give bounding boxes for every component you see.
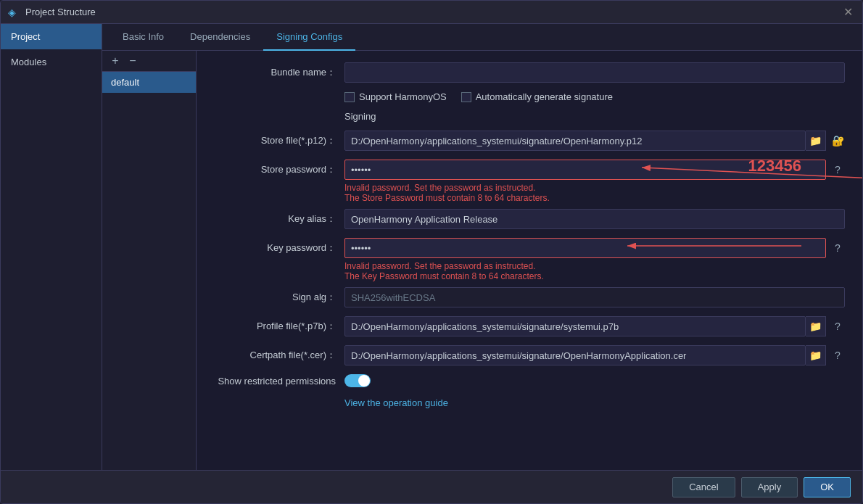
support-harmonyos-checkbox[interactable]: Support HarmonyOS (344, 91, 447, 102)
certpath-file-row: Certpath file(*.cer)： 📁 ? (214, 345, 845, 365)
certpath-file-input-group: 📁 (344, 345, 826, 365)
store-file-browse-button[interactable]: 📁 (806, 131, 826, 151)
ok-button[interactable]: OK (804, 477, 851, 497)
certpath-file-label: Certpath file(*.cer)： (214, 349, 344, 362)
bundle-name-row: Bundle name： (214, 62, 845, 83)
key-password-help-icon[interactable]: ? (830, 241, 845, 255)
certpath-file-help-icon[interactable]: ? (830, 348, 845, 363)
store-password-errors: Invalid password. Set the password as in… (344, 183, 845, 203)
bundle-name-input[interactable] (344, 62, 845, 83)
signing-section-header: Signing (344, 111, 845, 122)
store-password-label: Store password： (214, 163, 344, 176)
show-restricted-toggle[interactable] (344, 374, 371, 387)
bottom-bar: Cancel Apply OK (1, 470, 862, 503)
key-password-section: Key password： ? (214, 238, 845, 281)
window-body: Project Modules Basic Info Dependencies … (1, 24, 862, 470)
title-bar: ◈ Project Structure ✕ (1, 1, 862, 24)
profile-file-row: Profile file(*.p7b)： 📁 ? (214, 316, 845, 336)
key-password-error-2: The Key Password must contain 8 to 64 ch… (344, 271, 845, 281)
app-icon: ◈ (8, 7, 20, 18)
store-password-error-1: Invalid password. Set the password as in… (344, 183, 845, 193)
profile-file-input[interactable] (344, 316, 806, 336)
tabs-bar: Basic Info Dependencies Signing Configs (102, 24, 862, 51)
apply-button[interactable]: Apply (741, 477, 798, 497)
sidebar-item-project[interactable]: Project (1, 24, 102, 49)
toggle-knob (358, 375, 370, 387)
profile-file-label: Profile file(*.p7b)： (214, 320, 344, 333)
key-password-error-1: Invalid password. Set the password as in… (344, 261, 845, 271)
cancel-button[interactable]: Cancel (672, 477, 735, 497)
store-password-row: Store password： ? 123456 (214, 160, 845, 180)
key-password-row: Key password： ? (214, 238, 845, 258)
store-password-section: Store password： ? 123456 (214, 160, 845, 203)
store-password-error-2: The Store Password must contain 8 to 64 … (344, 193, 845, 203)
tab-basic-info[interactable]: Basic Info (110, 24, 177, 51)
sidebar: Project Modules (1, 24, 102, 470)
certpath-file-browse-button[interactable]: 📁 (806, 345, 826, 365)
tab-signing-configs[interactable]: Signing Configs (263, 24, 355, 51)
main-content: Basic Info Dependencies Signing Configs … (102, 24, 862, 470)
key-password-label: Key password： (214, 241, 344, 255)
remove-config-button[interactable]: − (125, 54, 140, 68)
operation-guide-link[interactable]: View the operation guide (344, 397, 448, 408)
operation-guide-row: View the operation guide (344, 397, 845, 408)
window-title: Project Structure (25, 7, 841, 17)
key-password-input[interactable] (344, 238, 826, 258)
show-restricted-row: Show restricted permissions (214, 374, 845, 387)
key-alias-input[interactable] (344, 209, 845, 229)
auto-signature-checkbox[interactable]: Automatically generate signature (461, 91, 613, 102)
support-harmonyos-box[interactable] (344, 92, 355, 102)
close-button[interactable]: ✕ (841, 5, 855, 20)
add-config-button[interactable]: + (108, 54, 123, 68)
bundle-name-label: Bundle name： (214, 66, 344, 79)
key-password-errors: Invalid password. Set the password as in… (344, 261, 845, 281)
config-area: + − default Bundle name： (102, 51, 862, 470)
config-list: + − default (102, 51, 197, 470)
annotation-number: 123456 (748, 157, 801, 175)
form-area: Bundle name： Support HarmonyOS Automatic… (197, 51, 862, 470)
sidebar-item-modules[interactable]: Modules (1, 49, 102, 75)
sign-alg-input[interactable] (344, 287, 845, 307)
checkboxes-row: Support HarmonyOS Automatically generate… (344, 91, 845, 102)
store-password-help-icon[interactable]: ? (830, 162, 845, 177)
certpath-file-input[interactable] (344, 345, 806, 365)
sign-alg-label: Sign alg： (214, 291, 344, 304)
key-alias-label: Key alias： (214, 212, 344, 226)
project-structure-window: ◈ Project Structure ✕ Project Modules Ba… (0, 0, 863, 504)
tab-dependencies[interactable]: Dependencies (177, 24, 263, 51)
config-list-toolbar: + − (102, 51, 196, 72)
show-restricted-label: Show restricted permissions (214, 376, 344, 387)
profile-file-help-icon[interactable]: ? (830, 319, 845, 334)
profile-file-input-group: 📁 (344, 316, 826, 336)
fingerprint-icon[interactable]: 🔐 (830, 133, 845, 148)
key-password-input-group (344, 238, 826, 258)
auto-signature-box[interactable] (461, 92, 471, 102)
store-file-label: Store file(*.p12)： (214, 134, 344, 147)
store-file-input-group: 📁 (344, 131, 826, 151)
sign-alg-row: Sign alg： (214, 287, 845, 307)
store-file-row: Store file(*.p12)： 📁 🔐 (214, 131, 845, 151)
key-alias-row: Key alias： (214, 209, 845, 229)
config-item-default[interactable]: default (102, 72, 196, 93)
store-file-input[interactable] (344, 131, 806, 151)
profile-file-browse-button[interactable]: 📁 (806, 316, 826, 336)
